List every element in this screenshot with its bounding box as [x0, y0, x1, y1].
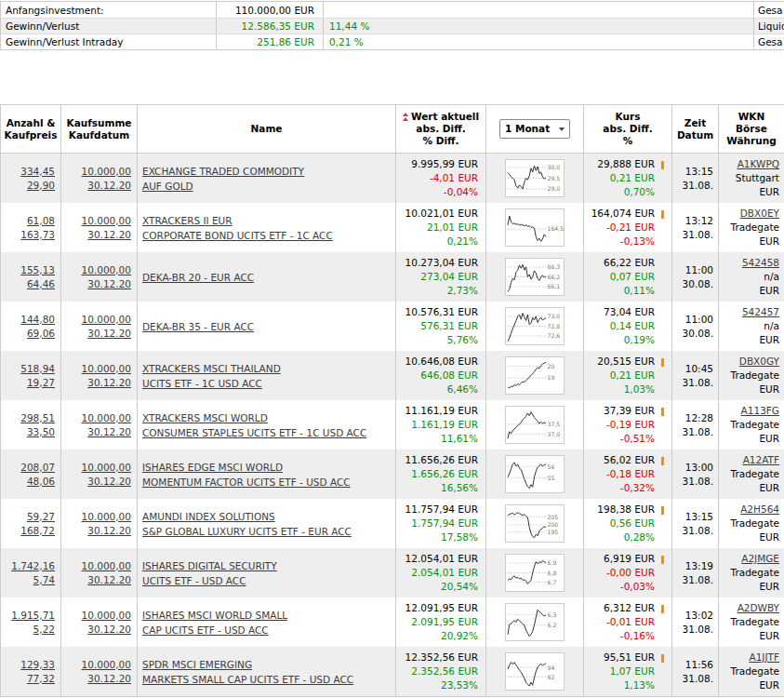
instrument-name-link-line2[interactable]: MARKETS SMALL CAP UCITS ETF - USD ACC [142, 672, 353, 687]
buy-sum-link[interactable]: 10.000,00 [82, 362, 131, 376]
instrument-name-link[interactable]: XTRACKERS II EUR [142, 213, 233, 228]
buy-price-link[interactable]: 5,74 [33, 573, 55, 587]
buy-date-link[interactable]: 30.12.20 [87, 524, 131, 538]
instrument-name-link-line2[interactable]: AUF GOLD [142, 179, 193, 194]
quantity-link[interactable]: 1.915,71 [11, 609, 55, 623]
buy-sum-link[interactable]: 10.000,00 [82, 313, 131, 327]
time-cell: 10:45 31.08. [672, 351, 719, 400]
buy-date-link[interactable]: 30.12.20 [87, 277, 131, 291]
instrument-name-link-line2[interactable]: CORPORATE BOND UCITS ETF - 1C ACC [142, 228, 333, 243]
buy-date-link[interactable]: 30.12.20 [87, 327, 131, 341]
summary-right-label: Gesa [754, 34, 784, 49]
last-price: 198,38 EUR [597, 503, 655, 517]
sparkline-chart[interactable]: 9492 [505, 652, 565, 691]
quantity-cell: 129,33 77,32 [1, 647, 61, 696]
buy-sum-link[interactable]: 10.000,00 [82, 658, 131, 672]
buy-price-link[interactable]: 77,32 [27, 672, 55, 686]
sparkline-chart[interactable]: 66,366,266,1 [505, 258, 565, 296]
instrument-name-link[interactable]: ISHARES DIGITAL SECURITY [142, 558, 277, 573]
instrument-name-link[interactable]: AMUNDI INDEX SOLUTIONS [142, 509, 275, 524]
instrument-name-link[interactable]: XTRACKERS MSCI THAILAND [142, 361, 281, 376]
instrument-name-link[interactable]: ISHARES MSCI WORLD SMALL [142, 608, 287, 623]
name-cell: XTRACKERS MSCI THAILAND UCITS ETF - 1C U… [138, 351, 396, 400]
sparkline-chart[interactable]: 205200195 [505, 504, 565, 543]
quantity-link[interactable]: 59,27 [27, 510, 55, 524]
instrument-name-link[interactable]: DEKA-BR 20 - EUR ACC [142, 270, 254, 285]
instrument-name-link-line2[interactable]: CAP UCITS ETF - USD ACC [142, 623, 269, 638]
wkn-link[interactable]: A1KWPQ [737, 157, 779, 171]
buy-date-link[interactable]: 30.12.20 [87, 475, 131, 489]
instrument-name-link[interactable]: DEKA-BR 35 - EUR ACC [142, 319, 254, 334]
buy-sum-link[interactable]: 10.000,00 [82, 609, 131, 623]
instrument-name-link[interactable]: XTRACKERS MSCI WORLD [142, 410, 268, 425]
quantity-link[interactable]: 1.742,16 [11, 559, 55, 573]
buy-sum-link[interactable]: 10.000,00 [82, 263, 131, 277]
buy-price-link[interactable]: 19,27 [27, 376, 55, 390]
buy-sum-link[interactable]: 10.000,00 [82, 461, 131, 475]
sparkline-chart[interactable]: 5655 [505, 455, 565, 493]
instrument-name-link-line2[interactable]: UCITS ETF - 1C USD ACC [142, 376, 262, 391]
buy-date-link[interactable]: 30.12.20 [87, 376, 131, 390]
chevron-down-icon [559, 128, 565, 131]
sparkline-chart[interactable]: 6,36,2 [505, 603, 565, 641]
quantity-link[interactable]: 334,45 [20, 165, 55, 179]
instrument-name-link[interactable]: ISHARES EDGE MSCI WORLD [142, 460, 283, 475]
instrument-name-link[interactable]: SPDR MSCI EMERGING [142, 657, 252, 672]
value-cell: 10.646,08 EUR 646,08 EUR 6,46% [396, 351, 486, 400]
buy-price-link[interactable]: 48,06 [27, 475, 55, 489]
buy-sum-link[interactable]: 10.000,00 [82, 411, 131, 425]
buy-date-link[interactable]: 30.12.20 [87, 623, 131, 637]
quantity-link[interactable]: 208,07 [20, 461, 55, 475]
current-value: 9.995,99 EUR [411, 157, 478, 171]
wkn-link[interactable]: 542457 [742, 305, 779, 319]
quantity-link[interactable]: 518,94 [20, 362, 55, 376]
sparkline-chart[interactable]: 164,5 [505, 208, 565, 247]
sparkline-chart[interactable]: 30,029,529,0 [505, 159, 565, 197]
sparkline-chart[interactable]: 73,072,872,6 [505, 307, 565, 345]
buy-price-link[interactable]: 33,50 [27, 425, 55, 439]
wkn-link[interactable]: 542458 [742, 256, 779, 270]
col-header-wert-aktuell[interactable]: Wert aktuell abs. Diff. % Diff. [396, 105, 486, 153]
wkn-link[interactable]: A1JJTF [749, 651, 779, 664]
quantity-link[interactable]: 144,80 [20, 313, 55, 327]
instrument-name-link-line2[interactable]: S&P GLOBAL LUXURY UCITS ETF - EUR ACC [142, 524, 352, 539]
summary-table: Anfangsinvestment: 110.000,00 EUR Gesa G… [0, 1, 784, 50]
buy-sum-link[interactable]: 10.000,00 [82, 214, 131, 228]
buy-sum-link[interactable]: 10.000,00 [82, 510, 131, 524]
sparkline-chart[interactable]: 37,537,0 [505, 406, 565, 444]
buy-price-link[interactable]: 5,22 [33, 623, 55, 637]
buy-date-link[interactable]: 30.12.20 [87, 425, 131, 439]
wkn-link[interactable]: DBX0EY [740, 207, 779, 221]
instrument-name-link-line2[interactable]: UCITS ETF - USD ACC [142, 573, 246, 588]
buy-price-link[interactable]: 69,06 [27, 327, 55, 341]
buy-date-link[interactable]: 30.12.20 [87, 228, 131, 242]
buy-date-link[interactable]: 30.12.20 [87, 672, 131, 686]
wkn-link[interactable]: DBX0GY [739, 355, 779, 369]
buy-price-link[interactable]: 168,72 [20, 524, 55, 538]
buy-date-link[interactable]: 30.12.20 [87, 573, 131, 587]
sparkline-chart[interactable]: 6,96,86,7 [505, 554, 565, 592]
quantity-link[interactable]: 61,08 [27, 214, 55, 228]
wkn-link[interactable]: A2DWBY [737, 601, 779, 615]
wkn-link[interactable]: A2JMGE [741, 552, 779, 566]
buy-price-link[interactable]: 163,73 [20, 228, 55, 242]
buy-sum-link[interactable]: 10.000,00 [82, 559, 131, 573]
wkn-link[interactable]: A12ATF [743, 453, 779, 467]
instrument-name-link[interactable]: EXCHANGE TRADED COMMODITY [142, 164, 304, 179]
quantity-link[interactable]: 129,33 [20, 658, 55, 672]
quantity-link[interactable]: 298,51 [20, 411, 55, 425]
svg-text:29,5: 29,5 [548, 175, 561, 181]
period-select[interactable]: 1 Monat [499, 119, 570, 139]
quote-date: 31.08. [683, 672, 713, 686]
wkn-link[interactable]: A113FG [741, 404, 779, 418]
buy-price-link[interactable]: 64,46 [27, 277, 55, 291]
table-body: 334,45 29,90 10.000,00 30.12.20 EXCHANGE… [1, 154, 784, 696]
buy-price-link[interactable]: 29,90 [27, 179, 55, 193]
sparkline-chart[interactable]: 2019 [505, 356, 565, 395]
buy-date-link[interactable]: 30.12.20 [87, 179, 131, 193]
buy-sum-link[interactable]: 10.000,00 [82, 165, 131, 179]
wkn-link[interactable]: A2H564 [740, 503, 779, 517]
instrument-name-link-line2[interactable]: MOMENTUM FACTOR UCITS ETF - USD ACC [142, 475, 351, 490]
instrument-name-link-line2[interactable]: CONSUMER STAPLES UCITS ETF - 1C USD ACC [142, 425, 366, 440]
quantity-link[interactable]: 155,13 [20, 263, 55, 277]
